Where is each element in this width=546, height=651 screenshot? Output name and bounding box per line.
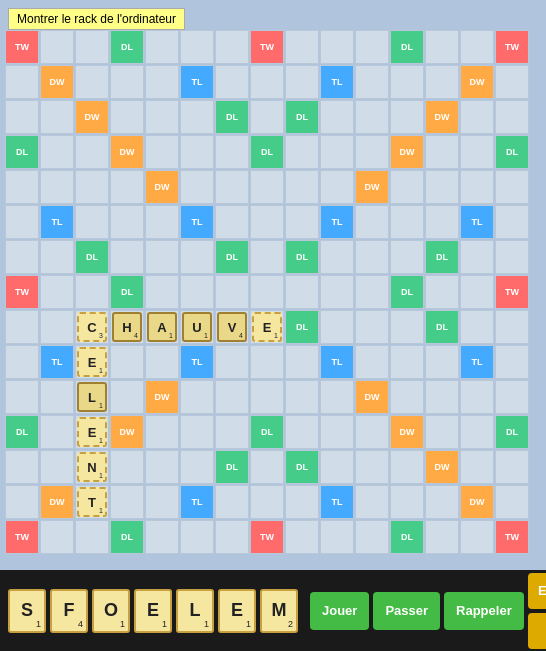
board-cell-empty[interactable] [320,415,354,449]
board-cell-empty[interactable] [285,520,319,554]
board-cell-empty[interactable] [215,485,249,519]
board-cell-empty[interactable] [5,380,39,414]
board-cell-empty[interactable] [110,450,144,484]
board-cell-empty[interactable] [215,65,249,99]
board-cell-empty[interactable] [495,310,529,344]
board-cell-empty[interactable] [390,345,424,379]
board-cell-empty[interactable] [390,380,424,414]
board-cell-empty[interactable] [390,170,424,204]
board-cell-empty[interactable] [145,205,179,239]
board-cell-empty[interactable] [285,380,319,414]
board-cell-empty[interactable] [180,240,214,274]
board-cell-empty[interactable] [495,240,529,274]
board-cell-empty[interactable] [215,135,249,169]
board-cell-empty[interactable] [495,380,529,414]
board-cell-tile[interactable]: T1 [75,485,109,519]
board-cell-empty[interactable] [215,380,249,414]
board-cell-empty[interactable] [180,135,214,169]
rack-tile[interactable]: L1 [176,589,214,633]
board-cell-empty[interactable] [320,275,354,309]
board-cell-empty[interactable] [215,415,249,449]
jouer-button[interactable]: Jouer [310,592,369,630]
board-cell-empty[interactable] [460,415,494,449]
board-cell-empty[interactable] [250,240,284,274]
board-cell-tile[interactable]: V4 [215,310,249,344]
board-cell-empty[interactable] [40,100,74,134]
board-cell-empty[interactable] [250,170,284,204]
echanger-button[interactable]: Echanger [528,573,546,609]
board-cell-empty[interactable] [285,485,319,519]
board-cell-empty[interactable] [75,520,109,554]
board-cell-empty[interactable] [75,170,109,204]
board-cell-empty[interactable] [495,205,529,239]
board-cell-empty[interactable] [250,275,284,309]
board-cell-empty[interactable] [355,275,389,309]
board-cell-empty[interactable] [75,135,109,169]
board-cell-empty[interactable] [425,30,459,64]
board-cell-empty[interactable] [285,275,319,309]
board-cell-empty[interactable] [110,345,144,379]
board-cell-empty[interactable] [285,30,319,64]
board-cell-empty[interactable] [320,30,354,64]
board-cell-tile[interactable]: A1 [145,310,179,344]
board-cell-empty[interactable] [40,380,74,414]
board-cell-empty[interactable] [250,345,284,379]
board-cell-empty[interactable] [250,485,284,519]
board-cell-empty[interactable] [250,100,284,134]
board-cell-empty[interactable] [145,415,179,449]
show-computer-rack-button[interactable]: Montrer le rack de l'ordinateur [8,8,185,30]
board-cell-empty[interactable] [320,170,354,204]
board-cell-empty[interactable] [110,240,144,274]
board-cell-empty[interactable] [180,380,214,414]
new-game-button[interactable]: New game [528,613,546,649]
board-cell-tile[interactable]: U1 [180,310,214,344]
rappeler-button[interactable]: Rappeler [444,592,524,630]
board-cell-empty[interactable] [460,135,494,169]
board-cell-empty[interactable] [285,415,319,449]
board-cell-empty[interactable] [460,450,494,484]
board-cell-empty[interactable] [320,380,354,414]
board-cell-empty[interactable] [40,135,74,169]
board-cell-empty[interactable] [355,205,389,239]
board-cell-tile[interactable]: H4 [110,310,144,344]
board-cell-empty[interactable] [390,485,424,519]
rack-tile[interactable]: E1 [134,589,172,633]
board-cell-empty[interactable] [460,520,494,554]
board-cell-empty[interactable] [5,345,39,379]
board-cell-empty[interactable] [390,240,424,274]
board-cell-empty[interactable] [75,30,109,64]
board-cell-empty[interactable] [145,30,179,64]
board-cell-tile[interactable]: C3 [75,310,109,344]
board-cell-empty[interactable] [215,520,249,554]
board-cell-tile[interactable]: N1 [75,450,109,484]
rack-tile[interactable]: O1 [92,589,130,633]
board-cell-empty[interactable] [40,30,74,64]
board-cell-empty[interactable] [285,65,319,99]
board-cell-empty[interactable] [390,65,424,99]
board-cell-empty[interactable] [285,345,319,379]
board-cell-empty[interactable] [495,485,529,519]
board-cell-empty[interactable] [425,380,459,414]
board-cell-empty[interactable] [320,240,354,274]
board-cell-empty[interactable] [40,170,74,204]
board-cell-empty[interactable] [145,65,179,99]
board-cell-empty[interactable] [495,100,529,134]
board-cell-empty[interactable] [110,485,144,519]
board-cell-empty[interactable] [285,135,319,169]
board-cell-empty[interactable] [145,520,179,554]
board-cell-empty[interactable] [355,415,389,449]
board-cell-empty[interactable] [180,450,214,484]
board-cell-empty[interactable] [40,415,74,449]
board-cell-empty[interactable] [285,170,319,204]
board-cell-empty[interactable] [495,65,529,99]
board-cell-empty[interactable] [180,100,214,134]
board-cell-empty[interactable] [425,65,459,99]
rack-tile[interactable]: M2 [260,589,298,633]
board-cell-empty[interactable] [460,170,494,204]
board-cell-empty[interactable] [75,205,109,239]
board-cell-empty[interactable] [215,275,249,309]
passer-button[interactable]: Passer [373,592,440,630]
board-cell-empty[interactable] [355,345,389,379]
board-cell-empty[interactable] [425,135,459,169]
board-cell-empty[interactable] [110,65,144,99]
